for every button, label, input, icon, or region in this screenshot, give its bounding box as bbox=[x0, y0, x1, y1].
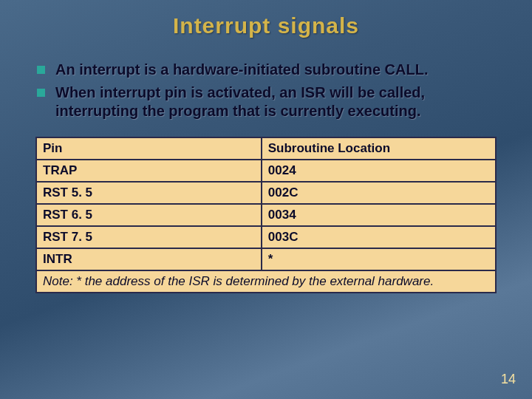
list-item: When interrupt pin is activated, an ISR … bbox=[37, 83, 502, 120]
table-cell: 0024 bbox=[262, 160, 496, 182]
table-note: Note: * the address of the ISR is determ… bbox=[36, 270, 496, 293]
table-header: Pin bbox=[36, 137, 262, 160]
table-cell: 002C bbox=[262, 182, 496, 204]
table-row: RST 7. 5 003C bbox=[36, 226, 496, 248]
table-cell: 0034 bbox=[262, 204, 496, 226]
slide-title: Interrupt signals bbox=[0, 0, 532, 38]
interrupt-table: Pin Subroutine Location TRAP 0024 RST 5.… bbox=[35, 137, 497, 293]
table-row: INTR * bbox=[36, 248, 496, 270]
bullet-icon bbox=[37, 89, 45, 97]
table-cell: INTR bbox=[36, 248, 262, 270]
page-number: 14 bbox=[501, 372, 516, 387]
table-cell: 003C bbox=[262, 226, 496, 248]
table-row: TRAP 0024 bbox=[36, 160, 496, 182]
table-cell: TRAP bbox=[36, 160, 262, 182]
bullet-text: When interrupt pin is activated, an ISR … bbox=[55, 83, 502, 120]
table-cell: * bbox=[262, 248, 496, 270]
table-cell: RST 7. 5 bbox=[36, 226, 262, 248]
table-cell: RST 5. 5 bbox=[36, 182, 262, 204]
slide: Interrupt signals An interrupt is a hard… bbox=[0, 0, 532, 399]
table-row: RST 6. 5 0034 bbox=[36, 204, 496, 226]
table-cell: RST 6. 5 bbox=[36, 204, 262, 226]
bullet-text: An interrupt is a hardware-initiated sub… bbox=[55, 61, 428, 79]
list-item: An interrupt is a hardware-initiated sub… bbox=[37, 61, 502, 79]
bullet-list: An interrupt is a hardware-initiated sub… bbox=[37, 61, 502, 120]
table-header: Subroutine Location bbox=[262, 137, 496, 160]
table-row: RST 5. 5 002C bbox=[36, 182, 496, 204]
bullet-icon bbox=[37, 66, 45, 74]
table-header-row: Pin Subroutine Location bbox=[36, 137, 496, 160]
table-note-row: Note: * the address of the ISR is determ… bbox=[36, 270, 496, 293]
